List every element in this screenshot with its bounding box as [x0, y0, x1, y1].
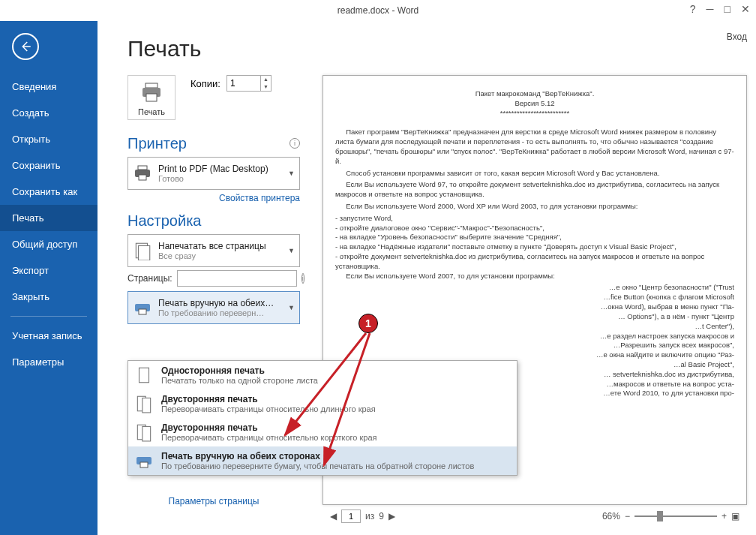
- nav-options[interactable]: Параметры: [0, 349, 98, 375]
- backstage-sidebar: Сведения Создать Открыть Сохранить Сохра…: [0, 21, 98, 535]
- svg-rect-0: [146, 83, 158, 88]
- page-navigator: ◀ из 9 ▶: [330, 509, 395, 523]
- manual-duplex-icon: [134, 451, 154, 470]
- page-single-icon: [134, 365, 154, 385]
- spin-up-icon[interactable]: ▲: [261, 76, 271, 83]
- nav-saveas[interactable]: Сохранить как: [0, 179, 98, 205]
- page-flip-long-icon: [134, 394, 154, 413]
- annotation-marker-1: 1: [358, 314, 378, 333]
- nav-share[interactable]: Общий доступ: [0, 231, 98, 257]
- svg-rect-14: [142, 426, 151, 441]
- info-icon[interactable]: i: [302, 273, 304, 284]
- pages-icon: [133, 241, 152, 260]
- popup-option-manual-duplex[interactable]: Печать вручную на обеих сторонахПо требо…: [128, 446, 517, 475]
- duplex-printer-icon: [133, 298, 152, 317]
- prev-page-icon[interactable]: ◀: [330, 511, 337, 521]
- print-button[interactable]: Печать: [128, 75, 176, 120]
- duplex-dropdown[interactable]: Печать вручную на обеих… По требованию п…: [128, 291, 300, 324]
- nav-new[interactable]: Создать: [0, 100, 98, 126]
- svg-rect-12: [142, 398, 151, 413]
- printer-properties-link[interactable]: Свойства принтера: [128, 193, 300, 203]
- next-page-icon[interactable]: ▶: [388, 511, 395, 521]
- spin-down-icon[interactable]: ▼: [261, 83, 271, 91]
- window-title: readme.docx - Word: [338, 5, 419, 16]
- back-button[interactable]: [12, 33, 39, 60]
- page-heading: Печать: [128, 36, 747, 62]
- page-number-input[interactable]: [341, 509, 361, 523]
- printer-icon: [133, 164, 152, 183]
- printer-status: Готово: [158, 174, 284, 183]
- duplex-dropdown-popup: Односторонняя печатьПечатать только на о…: [128, 360, 518, 476]
- printer-dropdown[interactable]: Print to PDF (Mac Desktop) Готово ▼: [128, 157, 300, 190]
- title-bar: readme.docx - Word ? ─ □ ✕: [0, 0, 756, 21]
- fit-page-icon[interactable]: ▣: [731, 511, 740, 521]
- popup-option-duplex-long[interactable]: Двусторонняя печатьПереворачивать страни…: [128, 389, 517, 418]
- zoom-in-icon[interactable]: +: [722, 511, 727, 521]
- zoom-value: 66%: [602, 511, 620, 521]
- info-icon[interactable]: i: [290, 138, 300, 149]
- nav-save[interactable]: Сохранить: [0, 152, 98, 179]
- print-range-dropdown[interactable]: Напечатать все страницы Все сразу ▼: [128, 234, 300, 267]
- nav-account[interactable]: Учетная запись: [0, 323, 98, 349]
- zoom-out-icon[interactable]: −: [625, 511, 630, 521]
- close-icon[interactable]: ✕: [741, 3, 750, 15]
- printer-icon: [140, 82, 164, 103]
- copies-spinner[interactable]: ▲▼: [226, 75, 272, 92]
- svg-rect-5: [139, 175, 146, 180]
- nav-open[interactable]: Открыть: [0, 126, 98, 152]
- printer-name: Print to PDF (Mac Desktop): [158, 164, 284, 174]
- printer-section-heading: Принтер i: [128, 135, 300, 152]
- chevron-down-icon: ▼: [288, 247, 295, 254]
- help-icon[interactable]: ?: [690, 3, 696, 15]
- copies-input[interactable]: [227, 76, 260, 91]
- popup-option-single[interactable]: Односторонняя печатьПечатать только на о…: [128, 361, 517, 389]
- pages-label: Страницы:: [128, 273, 172, 284]
- nav-print[interactable]: Печать: [0, 205, 98, 231]
- svg-rect-10: [140, 368, 149, 383]
- svg-rect-4: [138, 166, 147, 170]
- nav-info[interactable]: Сведения: [0, 74, 98, 100]
- print-button-label: Печать: [138, 107, 165, 116]
- pages-input[interactable]: [177, 270, 297, 287]
- chevron-down-icon: ▼: [288, 304, 295, 311]
- nav-export[interactable]: Экспорт: [0, 257, 98, 284]
- nav-close[interactable]: Закрыть: [0, 284, 98, 310]
- page-flip-short-icon: [134, 422, 154, 442]
- svg-rect-9: [139, 309, 146, 314]
- page-setup-link[interactable]: Параметры страницы: [128, 496, 300, 506]
- zoom-slider[interactable]: [634, 515, 717, 517]
- maximize-icon[interactable]: □: [724, 3, 730, 15]
- popup-option-duplex-short[interactable]: Двусторонняя печатьПереворачивать страни…: [128, 418, 517, 446]
- copies-label: Копии:: [190, 78, 220, 89]
- chevron-down-icon: ▼: [288, 170, 295, 177]
- settings-section-heading: Настройка: [128, 212, 300, 230]
- svg-rect-2: [146, 94, 157, 101]
- svg-rect-16: [140, 462, 148, 467]
- svg-rect-7: [139, 246, 150, 261]
- minimize-icon[interactable]: ─: [706, 3, 714, 15]
